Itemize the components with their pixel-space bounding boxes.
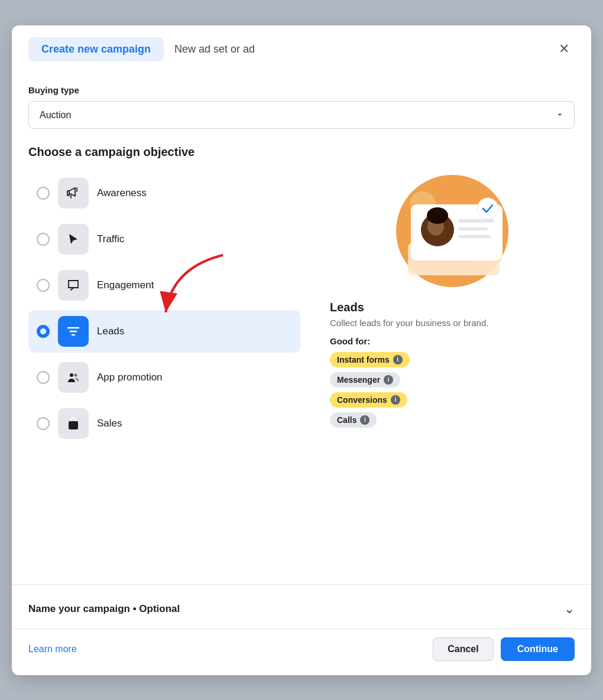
learn-more-link[interactable]: Learn more: [28, 644, 77, 655]
objectives-list: Awareness Traffic: [28, 172, 300, 445]
traffic-icon-box: [58, 224, 89, 255]
tags-list: Instant forms i Messenger i Conversions …: [330, 352, 575, 428]
tab-create-campaign[interactable]: Create new campaign: [28, 37, 164, 61]
objective-item-leads[interactable]: Leads: [28, 310, 300, 353]
chat-icon: [66, 278, 80, 292]
modal-body: Buying type Auction Reach and frequency …: [12, 71, 591, 566]
create-campaign-modal: Create new campaign New ad set or ad ✕ B…: [12, 25, 591, 675]
name-campaign-label: Name your campaign • Optional: [28, 603, 564, 615]
footer-buttons: Cancel Continue: [433, 637, 575, 661]
radio-leads: [37, 325, 50, 338]
name-campaign-row: Name your campaign • Optional ⌄: [12, 584, 591, 629]
objective-item-sales[interactable]: Sales: [28, 402, 300, 445]
tag-messenger: Messenger i: [330, 372, 400, 388]
svg-point-0: [70, 373, 73, 377]
leads-illustration-svg: [393, 172, 511, 290]
radio-awareness: [37, 187, 50, 200]
svg-point-11: [427, 207, 448, 224]
tag-conversions: Conversions i: [330, 392, 407, 408]
tag-messenger-label: Messenger: [337, 375, 380, 385]
good-for-label: Good for:: [330, 336, 575, 346]
bag-icon: [66, 416, 80, 431]
objective-item-engagement[interactable]: Engagement: [28, 264, 300, 307]
campaign-objective-title: Choose a campaign objective: [28, 145, 575, 159]
traffic-label: Traffic: [97, 233, 124, 245]
objectives-row: Awareness Traffic: [28, 172, 575, 445]
close-icon: ✕: [559, 41, 569, 57]
objective-item-app-promotion[interactable]: App promotion: [28, 356, 300, 399]
group-icon: [66, 370, 80, 385]
sales-label: Sales: [97, 418, 122, 429]
engagement-icon-box: [58, 270, 89, 301]
tag-instant-forms-info[interactable]: i: [393, 355, 403, 364]
radio-sales: [37, 417, 50, 430]
detail-description: Collect leads for your business or brand…: [330, 318, 575, 328]
app-promotion-label: App promotion: [97, 372, 163, 383]
awareness-label: Awareness: [97, 187, 147, 199]
radio-leads-inner: [40, 328, 46, 334]
leads-label: Leads: [97, 325, 124, 337]
radio-app-promotion: [37, 371, 50, 384]
modal-footer: Learn more Cancel Continue: [12, 629, 591, 675]
objective-item-awareness[interactable]: Awareness: [28, 172, 300, 214]
app-promotion-icon-box: [58, 362, 89, 393]
detail-panel: Leads Collect leads for your business or…: [324, 172, 575, 445]
svg-rect-12: [458, 219, 494, 223]
tag-instant-forms-label: Instant forms: [337, 355, 390, 364]
chevron-down-icon[interactable]: ⌄: [564, 601, 575, 617]
tag-calls-info[interactable]: i: [360, 415, 369, 425]
leads-illustration: [393, 172, 511, 290]
tag-calls-label: Calls: [337, 415, 356, 425]
continue-button[interactable]: Continue: [501, 637, 575, 661]
detail-title: Leads: [330, 301, 575, 314]
engagement-label: Engagement: [97, 279, 154, 291]
tag-conversions-label: Conversions: [337, 395, 387, 405]
leads-icon-box: [58, 316, 89, 347]
svg-rect-14: [458, 235, 491, 238]
svg-rect-2: [69, 421, 78, 429]
tag-conversions-info[interactable]: i: [391, 395, 400, 405]
tab-new-ad-set[interactable]: New ad set or ad: [174, 43, 255, 56]
close-button[interactable]: ✕: [553, 38, 575, 60]
svg-rect-13: [458, 227, 488, 230]
megaphone-icon: [66, 186, 80, 200]
radio-traffic: [37, 233, 50, 246]
svg-point-15: [477, 198, 498, 219]
tag-calls: Calls i: [330, 412, 377, 428]
cursor-icon: [66, 232, 80, 246]
svg-point-1: [74, 373, 77, 376]
filter-icon: [66, 324, 80, 338]
modal-header: Create new campaign New ad set or ad ✕: [12, 25, 591, 71]
objective-item-traffic[interactable]: Traffic: [28, 218, 300, 261]
radio-engagement: [37, 279, 50, 292]
tag-instant-forms: Instant forms i: [330, 352, 410, 367]
cancel-button[interactable]: Cancel: [433, 637, 493, 661]
tag-messenger-info[interactable]: i: [384, 375, 393, 385]
buying-type-label: Buying type: [28, 85, 575, 95]
sales-icon-box: [58, 408, 89, 439]
buying-type-select[interactable]: Auction Reach and frequency: [28, 101, 575, 129]
awareness-icon-box: [58, 178, 89, 209]
